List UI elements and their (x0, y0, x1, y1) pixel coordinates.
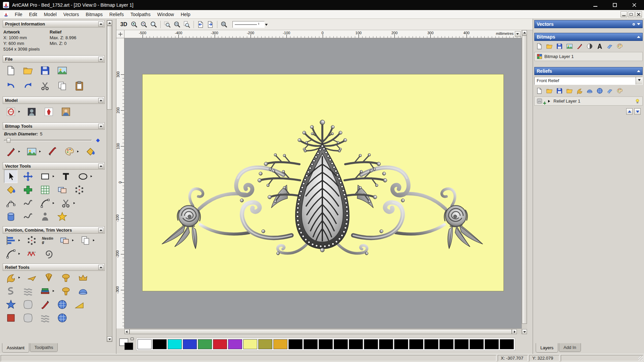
color-swatch-7[interactable] (243, 339, 257, 349)
node-editing-button[interactable] (4, 196, 17, 210)
scrollbar-thumb[interactable] (522, 36, 527, 324)
paint-brush-button[interactable] (4, 145, 17, 158)
minimize-button[interactable] (586, 0, 605, 10)
select-vectors-button[interactable] (4, 170, 17, 183)
slider-handle[interactable] (7, 138, 10, 143)
vector-doctor-button[interactable] (38, 210, 52, 223)
model-section-header[interactable]: Model (3, 97, 105, 104)
relief-selector-value[interactable]: Front Relief (535, 77, 636, 84)
menu-toolpaths[interactable]: Toolpaths (127, 10, 154, 18)
scroll-up-button[interactable] (522, 30, 527, 35)
secondary-colour-swatch[interactable] (124, 343, 133, 350)
paint-bitmap-button[interactable] (576, 43, 583, 50)
zoom-window-button[interactable] (163, 20, 172, 29)
smooth-relief-button[interactable] (586, 87, 593, 95)
scrollbar-thumb[interactable] (129, 329, 512, 334)
model-ornament-tool-button[interactable] (4, 105, 17, 118)
color-swatch-1[interactable] (153, 339, 167, 349)
flyout-arrow-icon[interactable] (53, 202, 55, 204)
relief-library-button[interactable] (38, 284, 52, 298)
menu-window[interactable]: Window (154, 10, 177, 18)
color-swatch-17[interactable] (394, 339, 408, 349)
scroll-down-button[interactable] (107, 337, 112, 342)
color-swatch-23[interactable] (485, 339, 499, 349)
create-arc-button[interactable] (38, 196, 52, 210)
menu-file[interactable]: File (11, 10, 26, 18)
line-width-preview[interactable] (232, 21, 265, 28)
flood-fill-button[interactable] (84, 145, 97, 158)
flyout-arrow-icon[interactable] (53, 290, 55, 292)
menu-edit[interactable]: Edit (26, 10, 41, 18)
snap-grid-button[interactable] (38, 183, 52, 196)
color-swatch-9[interactable] (273, 339, 287, 349)
smooth-curve-button[interactable] (21, 196, 35, 210)
flyout-arrow-icon[interactable] (72, 239, 75, 241)
block-rotate-copy-button[interactable] (25, 234, 38, 247)
add-layer-icon[interactable] (543, 102, 546, 105)
close-button[interactable] (625, 0, 644, 10)
two-rail-sweep-button[interactable] (76, 271, 90, 284)
save-bitmap-button[interactable] (556, 43, 563, 50)
paste-button[interactable] (72, 79, 86, 93)
mdi-restore-button[interactable] (628, 11, 635, 17)
free-curve-button[interactable] (21, 210, 35, 223)
palette-button[interactable] (616, 43, 624, 50)
cushion-relief-button[interactable] (21, 298, 35, 311)
color-swatch-2[interactable] (168, 339, 182, 349)
collapse-arrow-icon[interactable] (98, 57, 103, 62)
color-swatch-0[interactable] (138, 339, 152, 349)
color-swatch-3[interactable] (183, 339, 197, 349)
add-relief-button[interactable] (59, 284, 72, 298)
chevron-up-icon[interactable] (637, 70, 640, 72)
collapse-arrow-icon[interactable] (98, 228, 103, 233)
move-layer-down-button[interactable] (634, 108, 641, 115)
scrollbar-thumb[interactable] (107, 26, 112, 110)
flyout-arrow-icon[interactable] (18, 150, 21, 153)
relief-options-button[interactable] (616, 87, 624, 95)
pillow-relief-tool-button[interactable] (21, 311, 35, 324)
angle-relief-button[interactable] (72, 298, 86, 311)
collapse-arrow-icon[interactable] (98, 265, 103, 270)
texture-sphere-button[interactable] (55, 298, 69, 311)
tab-toolpaths[interactable]: Toolpaths (30, 343, 58, 352)
trim-vectors-button[interactable] (59, 196, 72, 210)
ruler-units-button[interactable] (515, 31, 521, 37)
menu-model[interactable]: Model (41, 10, 60, 18)
save-model-button[interactable] (38, 64, 52, 77)
ruler-origin-button[interactable] (116, 30, 124, 38)
color-swatch-24[interactable] (500, 339, 514, 349)
zoom-actual-size-button[interactable] (172, 20, 182, 29)
artboard[interactable] (143, 74, 503, 291)
color-swatch-22[interactable] (470, 339, 484, 349)
texture-relief-button[interactable] (59, 271, 72, 284)
model-figure-tool-button[interactable] (42, 105, 55, 118)
color-swatch-21[interactable] (454, 339, 469, 349)
create-rectangle-button[interactable] (38, 170, 52, 183)
new-bitmap-button[interactable] (536, 43, 543, 50)
previous-view-button[interactable] (196, 20, 205, 29)
scroll-down-button[interactable] (522, 329, 527, 334)
position-combine-trim-header[interactable]: Position, Combine, Trim Vectors (3, 226, 105, 234)
project-information-header[interactable]: Project Information (3, 20, 105, 27)
nesting-button[interactable]: Nesting (42, 234, 54, 247)
vector-tools-header[interactable]: Vector Tools (3, 162, 105, 170)
scroll-left-button[interactable] (124, 329, 129, 334)
copy-button[interactable] (55, 79, 69, 93)
color-swatch-19[interactable] (424, 339, 438, 349)
flyout-arrow-icon[interactable] (91, 175, 93, 177)
canvas-viewport[interactable] (124, 38, 522, 328)
assistant-scrollbar[interactable] (107, 20, 112, 342)
red-relief-tool-button[interactable] (4, 311, 17, 324)
slider-track[interactable] (4, 140, 92, 141)
zoom-objects-button[interactable] (219, 20, 229, 29)
weave-wizard-button[interactable] (21, 284, 35, 298)
visibility-bulb-icon[interactable] (635, 98, 640, 104)
create-star-button[interactable] (55, 210, 69, 223)
menu-bitmaps[interactable]: Bitmaps (83, 10, 106, 18)
link-colours-icon[interactable] (130, 338, 134, 340)
toggle-3d-view-button[interactable]: 3D (118, 20, 129, 29)
tab-layers[interactable]: Layers (536, 343, 558, 353)
flyout-arrow-icon[interactable] (53, 175, 55, 177)
new-model-button[interactable] (4, 64, 17, 77)
color-swatch-18[interactable] (409, 339, 423, 349)
